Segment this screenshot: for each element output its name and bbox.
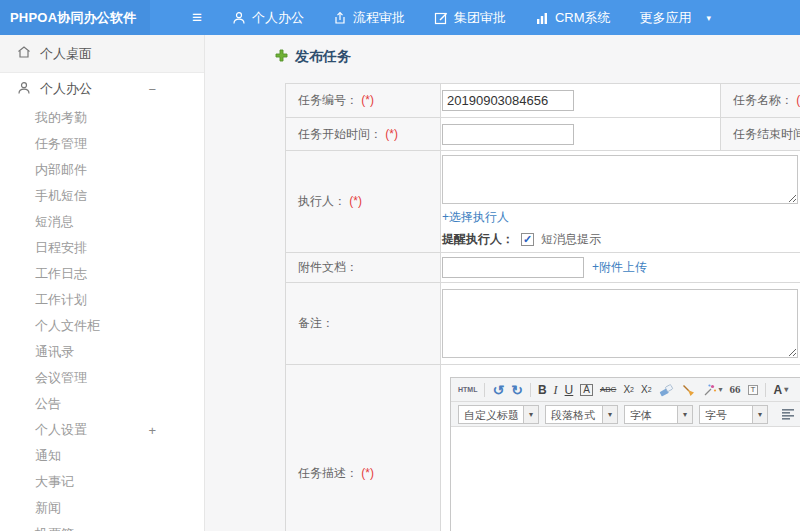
sidebar-item[interactable]: 工作计划 [0,287,204,313]
sidebar-item-label: 新闻 [35,499,61,517]
sidebar-item[interactable]: 内部邮件 [0,157,204,183]
toolbar-separator [530,383,531,397]
remind-executor-label: 提醒执行人： [442,231,514,248]
nav-label: 个人办公 [252,9,304,27]
nav-item-personal-office[interactable]: 个人办公 [232,9,304,27]
magic-wand-icon[interactable]: ▾ [702,383,723,397]
font-size-select[interactable]: 字号 ▾ [699,405,768,424]
process-icon [333,11,347,25]
sidebar-item[interactable]: 新闻 [0,495,204,521]
sidebar-item[interactable]: 我的考勤 [0,105,204,131]
editor-content-area[interactable] [451,427,800,531]
font-family-select[interactable]: 字体 ▾ [624,405,693,424]
align-left-icon[interactable] [782,408,795,420]
font-color-button[interactable]: A ▾ [773,384,788,396]
superscript-button[interactable]: X2 [623,385,634,395]
bold-button[interactable]: B [538,384,547,396]
sidebar-group-label: 个人办公 [40,80,92,98]
select-value: 字体 [625,406,677,423]
collapse-minus-icon[interactable]: − [148,82,156,97]
eraser-icon[interactable] [659,383,674,397]
alignment-buttons [782,408,800,420]
strikethrough-button[interactable]: ABC [600,386,616,394]
sidebar-item-label: 工作日志 [35,265,87,283]
sidebar-item[interactable]: 大事记 [0,469,204,495]
sms-checkbox-label[interactable]: 短消息提示 [541,231,601,248]
executor-textarea[interactable] [442,155,798,204]
chevron-down-icon: ▾ [719,386,723,394]
sidebar-item-label: 个人文件柜 [35,317,100,335]
field-label: 执行人： [298,194,346,208]
task-number-label-cell: 任务编号： (*) [286,84,441,118]
border-text-button[interactable]: A [580,384,593,396]
start-time-input[interactable] [442,124,574,145]
app-window: PHPOA协同办公软件 ≡ 个人办公 流程审批 [0,0,800,531]
task-form: 任务编号： (*) 任务名称： (*) 任务开始时间： (*) [285,83,800,531]
subscript-button[interactable]: X2 [641,385,652,395]
sidebar-item[interactable]: 个人文件柜 [0,313,204,339]
sidebar-item[interactable]: 会议管理 [0,365,204,391]
nav-label: 集团审批 [454,9,506,27]
italic-button[interactable]: I [554,384,558,396]
redo-icon[interactable]: ↻ [511,383,523,397]
nav-label: CRM系统 [555,9,611,27]
rich-text-editor: HTML ↺ ↻ B I U A ABC X2 X2 [450,377,800,531]
executor-label-cell: 执行人： (*) [286,151,441,253]
remark-field-cell [441,283,800,365]
format-brush-icon[interactable] [681,383,695,397]
sidebar-item-label: 个人桌面 [40,45,92,63]
attachment-input[interactable] [442,257,584,278]
top-bar: PHPOA协同办公软件 ≡ 个人办公 流程审批 [0,0,800,35]
remark-textarea[interactable] [442,289,798,358]
sidebar-item[interactable]: 任务管理 [0,131,204,157]
form-row-remark: 备注： [286,283,800,365]
required-mark: (*) [361,466,374,480]
sidebar-item[interactable]: 短消息 [0,209,204,235]
toolbar-separator [765,383,766,397]
custom-heading-select[interactable]: 自定义标题 ▾ [458,405,539,424]
person-icon [232,11,246,25]
nav-item-crm[interactable]: CRM系统 [535,9,611,27]
sidebar: 个人桌面 个人办公 − 我的考勤 任务管理 内部邮件 [0,35,205,531]
field-label: 任务名称： [733,93,793,107]
sidebar-item[interactable]: 通讯录 [0,339,204,365]
task-number-field-cell [441,84,721,118]
expand-plus-icon[interactable]: + [148,423,156,438]
person-icon [17,81,31,98]
start-time-label-cell: 任务开始时间： (*) [286,118,441,151]
attachment-upload-link[interactable]: +附件上传 [592,259,647,276]
attachment-field-cell: +附件上传 [441,253,800,283]
html-source-button[interactable]: HTML [458,386,477,393]
required-mark: (*) [361,93,374,107]
sidebar-item[interactable]: 个人设置 + [0,417,204,443]
nav-item-more-apps[interactable]: 更多应用 ▾ [640,9,712,27]
sidebar-item[interactable]: 手机短信 [0,183,204,209]
hamburger-menu-icon[interactable]: ≡ [192,0,202,35]
undo-icon[interactable]: ↺ [492,383,504,397]
sidebar-item[interactable]: 公告 [0,391,204,417]
field-label: 任务编号： [298,93,358,107]
required-mark: (*) [349,194,362,208]
sms-checkbox[interactable]: ✓ [521,233,534,246]
sidebar-item[interactable]: 工作日志 [0,261,204,287]
nav-item-group-approval[interactable]: 集团审批 [434,9,506,27]
choose-executor-link[interactable]: +选择执行人 [442,210,509,224]
chevron-down-icon: ▾ [784,386,788,394]
blockquote-button[interactable]: 66 [730,384,741,395]
sidebar-item-label: 投票箱 [35,525,74,531]
sidebar-item-label: 个人设置 [35,421,87,439]
home-icon [17,45,31,62]
underline-button[interactable]: U [565,384,574,396]
sidebar-item[interactable]: 日程安排 [0,235,204,261]
sidebar-item-desktop[interactable]: 个人桌面 [0,35,204,73]
sidebar-item[interactable]: 通知 [0,443,204,469]
sidebar-item-label: 公告 [35,395,61,413]
nav-item-process-approval[interactable]: 流程审批 [333,9,405,27]
task-number-input[interactable] [442,90,574,111]
paste-text-icon[interactable]: T [748,385,759,395]
sidebar-group-personal-office[interactable]: 个人办公 − [0,73,204,105]
paragraph-format-select[interactable]: 段落格式 ▾ [545,405,618,424]
sidebar-item[interactable]: 投票箱 [0,521,204,531]
page-title: 发布任务 [275,48,351,66]
editor-toolbar-top: HTML ↺ ↻ B I U A ABC X2 X2 [451,378,800,402]
